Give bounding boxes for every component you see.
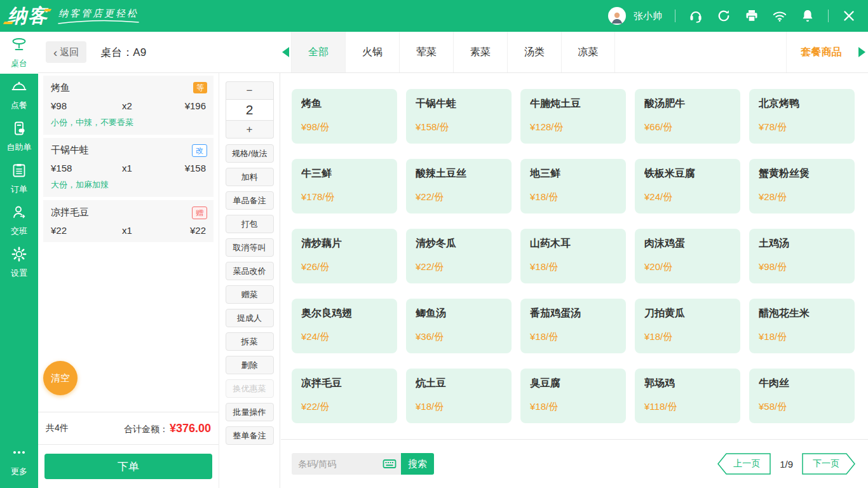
menu-item-card[interactable]: 清炒藕片¥26/份 bbox=[292, 229, 397, 283]
quantity-minus-button[interactable]: − bbox=[226, 81, 274, 99]
search-input[interactable] bbox=[298, 459, 382, 469]
avatar[interactable] bbox=[608, 7, 626, 25]
tab-combo-products[interactable]: 套餐商品 bbox=[786, 32, 856, 72]
action-button[interactable]: 单品备注 bbox=[226, 191, 274, 210]
menu-item-card[interactable]: 刀拍黄瓜¥18/份 bbox=[635, 299, 740, 353]
order-item-total: ¥196 bbox=[161, 100, 206, 111]
action-button[interactable]: 规格/做法 bbox=[226, 144, 274, 163]
menu-item-card[interactable]: 山药木耳¥18/份 bbox=[520, 229, 626, 283]
menu-item-price: ¥98/份 bbox=[759, 261, 845, 273]
tab-category[interactable]: 全部 bbox=[291, 32, 345, 72]
sidebar-item-settings[interactable]: 设置 bbox=[0, 241, 38, 283]
page-title: 桌台：A9 bbox=[100, 45, 146, 60]
menu-item-card[interactable]: 臭豆腐¥18/份 bbox=[520, 369, 626, 423]
menu-item-price: ¥20/份 bbox=[644, 261, 731, 273]
clear-order-button[interactable]: 清空 bbox=[43, 361, 78, 395]
category-scroll-right-icon[interactable] bbox=[858, 47, 865, 57]
menu-item-name: 牛腩炖土豆 bbox=[530, 97, 616, 111]
menu-item-name: 番茄鸡蛋汤 bbox=[530, 307, 616, 320]
order-item[interactable]: 凉拌毛豆赠¥22x1¥22 bbox=[43, 200, 214, 242]
menu-item-card[interactable]: 奥尔良鸡翅¥24/份 bbox=[292, 299, 397, 353]
menu-item-card[interactable]: 酸辣土豆丝¥22/份 bbox=[406, 159, 512, 214]
prev-page-button[interactable]: 上一页 bbox=[717, 453, 771, 475]
menu-item-card[interactable]: 北京烤鸭¥78/份 bbox=[749, 89, 855, 144]
quantity-value: 2 bbox=[226, 99, 274, 121]
menu-item-card[interactable]: 牛腩炖土豆¥128/份 bbox=[520, 89, 626, 144]
menu-item-card[interactable]: 凉拌毛豆¥22/份 bbox=[292, 369, 397, 423]
tab-category[interactable]: 荤菜 bbox=[399, 32, 453, 72]
menu-item-price: ¥22/份 bbox=[416, 191, 502, 203]
person-icon bbox=[609, 10, 625, 25]
back-button[interactable]: ‹ 返回 bbox=[46, 41, 86, 63]
action-button[interactable]: 赠菜 bbox=[226, 285, 274, 304]
next-page-button[interactable]: 下一页 bbox=[802, 453, 855, 475]
user-name[interactable]: 张小帅 bbox=[634, 10, 662, 22]
menu-item-card[interactable]: 干锅牛蛙¥158/份 bbox=[406, 89, 512, 144]
menu-item-card[interactable]: 醋泡花生米¥18/份 bbox=[749, 299, 855, 353]
sidebar-item-table[interactable]: 桌台 bbox=[0, 32, 38, 74]
quantity-stepper: − 2 + bbox=[226, 81, 274, 139]
menu-item-card[interactable]: 地三鲜¥18/份 bbox=[520, 159, 626, 214]
menu-item-card[interactable]: 番茄鸡蛋汤¥18/份 bbox=[520, 299, 626, 353]
close-icon[interactable] bbox=[841, 8, 857, 24]
submit-order-button[interactable]: 下单 bbox=[44, 454, 212, 479]
action-button[interactable]: 删除 bbox=[226, 356, 274, 374]
action-column: − 2 + 规格/做法加料单品备注打包取消等叫菜品改价赠菜提成人拆菜删除换优惠菜… bbox=[219, 73, 280, 488]
sidebar-item-more[interactable]: 更多 bbox=[0, 440, 38, 482]
printer-icon[interactable] bbox=[744, 8, 759, 24]
sync-icon[interactable] bbox=[716, 8, 731, 24]
menu-item-price: ¥22/份 bbox=[301, 401, 388, 413]
tab-category[interactable]: 凉菜 bbox=[561, 32, 615, 72]
menu-item-price: ¥118/份 bbox=[644, 401, 731, 413]
menu-content: 烤鱼¥98/份干锅牛蛙¥158/份牛腩炖土豆¥128/份酸汤肥牛¥66/份北京烤… bbox=[281, 73, 868, 488]
sidebar-item-self-order[interactable]: 自助单 bbox=[0, 116, 38, 158]
menu-item-price: ¥18/份 bbox=[530, 331, 616, 343]
tab-category[interactable]: 汤类 bbox=[507, 32, 561, 72]
sidebar-item-cloche[interactable]: 点餐 bbox=[0, 74, 38, 116]
menu-item-card[interactable]: 铁板米豆腐¥24/份 bbox=[635, 159, 740, 214]
menu-item-name: 山药木耳 bbox=[530, 237, 616, 250]
order-item-unit-price: ¥22 bbox=[51, 225, 122, 236]
sidebar-item-label: 自助单 bbox=[7, 142, 32, 153]
search-button[interactable]: 搜索 bbox=[401, 453, 434, 475]
wifi-icon[interactable] bbox=[772, 8, 787, 24]
menu-item-card[interactable]: 酸汤肥牛¥66/份 bbox=[635, 89, 740, 144]
action-button[interactable]: 整单备注 bbox=[226, 426, 274, 445]
menu-item-price: ¥26/份 bbox=[301, 261, 388, 273]
menu-item-card[interactable]: 炕土豆¥18/份 bbox=[406, 369, 512, 423]
keyboard-icon[interactable] bbox=[382, 456, 397, 471]
action-button[interactable]: 菜品改价 bbox=[226, 262, 274, 280]
menu-item-price: ¥128/份 bbox=[530, 121, 616, 133]
menu-item-card[interactable]: 鲫鱼汤¥36/份 bbox=[406, 299, 512, 353]
sidebar-item-shift[interactable]: 交班 bbox=[0, 200, 38, 241]
bell-icon[interactable] bbox=[800, 8, 815, 24]
table-icon bbox=[11, 36, 27, 55]
menu-item-price: ¥18/份 bbox=[416, 401, 502, 413]
category-scroll-left-icon[interactable] bbox=[282, 47, 289, 57]
self-order-icon bbox=[11, 120, 27, 139]
tab-category[interactable]: 素菜 bbox=[453, 32, 507, 72]
menu-item-card[interactable]: 蟹黄粉丝煲¥28/份 bbox=[749, 159, 855, 214]
menu-item-card[interactable]: 肉沫鸡蛋¥20/份 bbox=[635, 229, 740, 283]
action-button[interactable]: 拆菜 bbox=[226, 332, 274, 351]
action-button[interactable]: 取消等叫 bbox=[226, 238, 274, 257]
action-button[interactable]: 批量操作 bbox=[226, 403, 274, 421]
menu-item-card[interactable]: 土鸡汤¥98/份 bbox=[749, 229, 855, 283]
quantity-plus-button[interactable]: + bbox=[226, 121, 274, 139]
total-amount: ¥376.00 bbox=[170, 422, 211, 435]
menu-item-card[interactable]: 牛三鲜¥178/份 bbox=[292, 159, 397, 214]
menu-item-name: 北京烤鸭 bbox=[759, 97, 845, 111]
action-button[interactable]: 提成人 bbox=[226, 309, 274, 327]
headset-icon[interactable] bbox=[688, 8, 703, 24]
order-item[interactable]: 烤鱼等¥98x2¥196小份，中辣，不要香菜 bbox=[43, 76, 214, 135]
tab-category[interactable]: 火锅 bbox=[345, 32, 399, 72]
menu-item-card[interactable]: 烤鱼¥98/份 bbox=[292, 89, 397, 144]
menu-item-card[interactable]: 清炒冬瓜¥22/份 bbox=[406, 229, 512, 283]
menu-item-name: 凉拌毛豆 bbox=[301, 377, 388, 390]
sidebar-item-order-list[interactable]: 订单 bbox=[0, 158, 38, 200]
order-item[interactable]: 干锅牛蛙改¥158x1¥158大份，加麻加辣 bbox=[43, 138, 214, 197]
action-button[interactable]: 加料 bbox=[226, 168, 274, 186]
action-button[interactable]: 打包 bbox=[226, 215, 274, 233]
menu-item-card[interactable]: 郭场鸡¥118/份 bbox=[635, 369, 740, 423]
menu-item-card[interactable]: 牛肉丝¥58/份 bbox=[749, 369, 855, 423]
